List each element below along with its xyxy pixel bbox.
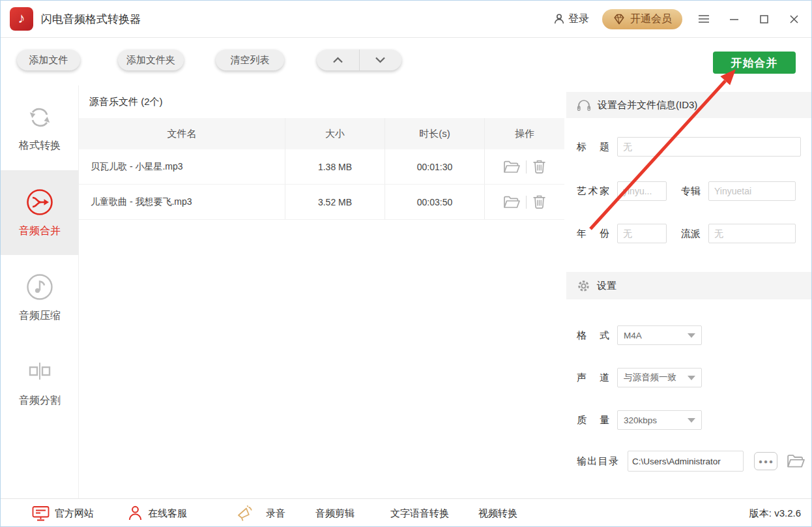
sidebar-item-label: 音频分割 xyxy=(19,394,61,408)
folder-icon xyxy=(787,453,805,469)
music-note-glyph: ♪ xyxy=(18,11,25,25)
sidebar-item-audio-split[interactable]: 音频分割 xyxy=(1,340,79,425)
delete-file-button[interactable] xyxy=(532,159,546,174)
column-header-size: 大小 xyxy=(285,118,385,149)
open-folder-button[interactable] xyxy=(503,160,520,174)
output-dir-input[interactable] xyxy=(628,451,744,472)
artist-album-row: 艺术家 专辑 xyxy=(577,181,796,201)
footer-link-record[interactable]: 录音 xyxy=(235,499,285,527)
footer-link-label: 录音 xyxy=(266,507,285,520)
quality-dropdown[interactable]: 320kbps xyxy=(617,410,702,430)
title-field-label: 标 题 xyxy=(577,141,609,153)
title-input[interactable] xyxy=(617,137,801,157)
quality-row: 质 量 320kbps xyxy=(577,410,702,430)
footer-link-label: 音频剪辑 xyxy=(315,507,355,520)
row-actions xyxy=(485,149,564,184)
sidebar: 格式转换 音频合并 音频压缩 音频分割 xyxy=(1,85,79,498)
gear-icon xyxy=(577,279,590,293)
close-icon xyxy=(789,14,799,24)
open-output-folder-button[interactable] xyxy=(787,453,805,469)
footer-link-video-convert[interactable]: 视频转换 xyxy=(478,499,517,527)
split-icon xyxy=(25,357,54,386)
column-header-duration: 时长(s) xyxy=(385,118,485,149)
caret-down-icon xyxy=(688,376,695,380)
file-list-section: 源音乐文件 (2个) 文件名 大小 时长(s) 操作 贝瓦儿歌 - 小星星.mp… xyxy=(79,85,564,220)
folder-icon xyxy=(503,160,520,174)
chevron-up-icon xyxy=(332,57,343,63)
open-folder-button[interactable] xyxy=(503,195,520,209)
start-merge-button[interactable]: 开始合并 xyxy=(713,52,796,74)
footer-link-tts[interactable]: 文字语音转换 xyxy=(390,499,449,527)
footer-link-official-site[interactable]: 官方网站 xyxy=(32,499,94,527)
clear-list-button[interactable]: 清空列表 xyxy=(216,50,284,70)
id3-section-header: 设置合并文件信息(ID3) xyxy=(566,92,812,118)
file-size: 1.38 MB xyxy=(285,149,385,184)
browse-button[interactable]: ●●● xyxy=(754,452,777,470)
channel-dropdown[interactable]: 与源音频一致 xyxy=(617,368,702,387)
maximize-icon xyxy=(759,14,769,24)
vip-label: 开通会员 xyxy=(630,12,672,26)
genre-input[interactable] xyxy=(708,224,796,243)
genre-field-label: 流派 xyxy=(681,228,701,240)
menu-button[interactable] xyxy=(695,10,712,27)
user-icon xyxy=(553,13,565,25)
gem-icon xyxy=(613,13,626,25)
megaphone-icon xyxy=(235,505,253,522)
reorder-control xyxy=(317,50,401,70)
sidebar-item-audio-merge[interactable]: 音频合并 xyxy=(1,170,79,255)
vip-button[interactable]: 开通会员 xyxy=(602,9,682,29)
sidebar-item-format-convert[interactable]: 格式转换 xyxy=(1,85,79,170)
add-file-button[interactable]: 添加文件 xyxy=(17,50,80,70)
file-name: 贝瓦儿歌 - 小星星.mp3 xyxy=(79,149,285,184)
trash-icon xyxy=(532,159,546,174)
table-row[interactable]: 儿童歌曲 - 我想要飞.mp3 3.52 MB 00:03:50 xyxy=(79,185,564,220)
close-button[interactable] xyxy=(785,10,802,27)
merge-settings-panel: 设置合并文件信息(ID3) 标 题 艺术家 专辑 年 份 流派 设置 格 xyxy=(566,85,812,498)
trash-icon xyxy=(532,194,546,209)
artist-input[interactable] xyxy=(617,181,667,201)
move-down-button[interactable] xyxy=(360,50,402,70)
format-value: M4A xyxy=(624,331,688,340)
monitor-icon xyxy=(32,505,50,522)
folder-icon xyxy=(503,195,520,209)
footer-link-customer-service[interactable]: 在线客服 xyxy=(128,499,187,527)
quality-label: 质 量 xyxy=(577,414,609,427)
maximize-button[interactable] xyxy=(755,10,772,27)
title-bar: ♪ 闪电音频格式转换器 登录 开通会员 xyxy=(1,1,811,38)
footer-link-label: 在线客服 xyxy=(148,507,187,520)
delete-file-button[interactable] xyxy=(532,194,546,209)
album-input[interactable] xyxy=(708,181,796,201)
music-note-circle-icon xyxy=(25,273,54,301)
sidebar-item-label: 音频压缩 xyxy=(19,309,61,323)
footer-link-audio-edit[interactable]: 音频剪辑 xyxy=(315,499,355,527)
move-up-button[interactable] xyxy=(317,50,360,70)
table-row[interactable]: 贝瓦儿歌 - 小星星.mp3 1.38 MB 00:01:30 xyxy=(79,149,564,185)
file-name: 儿童歌曲 - 我想要飞.mp3 xyxy=(79,185,285,219)
footer-link-label: 文字语音转换 xyxy=(390,507,449,520)
output-dir-row: 输出目录 ●●● xyxy=(577,451,805,472)
add-folder-button[interactable]: 添加文件夹 xyxy=(118,50,184,70)
titlebar-actions: 登录 开通会员 xyxy=(553,1,802,37)
login-label: 登录 xyxy=(568,12,589,26)
year-input[interactable] xyxy=(617,224,667,243)
sidebar-item-audio-compress[interactable]: 音频压缩 xyxy=(1,255,79,340)
chevron-down-icon xyxy=(375,57,386,63)
sidebar-item-label: 格式转换 xyxy=(19,139,61,153)
table-header: 文件名 大小 时长(s) 操作 xyxy=(79,118,564,149)
minimize-button[interactable] xyxy=(725,10,742,27)
file-size: 3.52 MB xyxy=(285,185,385,219)
file-list-title: 源音乐文件 (2个) xyxy=(79,85,564,118)
login-button[interactable]: 登录 xyxy=(553,12,589,26)
settings-section-title: 设置 xyxy=(597,280,616,292)
channel-value: 与源音频一致 xyxy=(624,372,688,384)
year-field-label: 年 份 xyxy=(577,228,609,240)
caret-down-icon xyxy=(688,333,695,338)
id3-section-title: 设置合并文件信息(ID3) xyxy=(598,99,697,112)
minimize-icon xyxy=(729,14,739,24)
app-window: ♪ 闪电音频格式转换器 登录 开通会员 xyxy=(0,0,812,527)
caret-down-icon xyxy=(688,418,695,423)
app-title: 闪电音频格式转换器 xyxy=(41,1,141,37)
format-dropdown[interactable]: M4A xyxy=(617,325,702,345)
year-genre-row: 年 份 流派 xyxy=(577,224,796,243)
app-logo-icon: ♪ xyxy=(10,7,33,31)
